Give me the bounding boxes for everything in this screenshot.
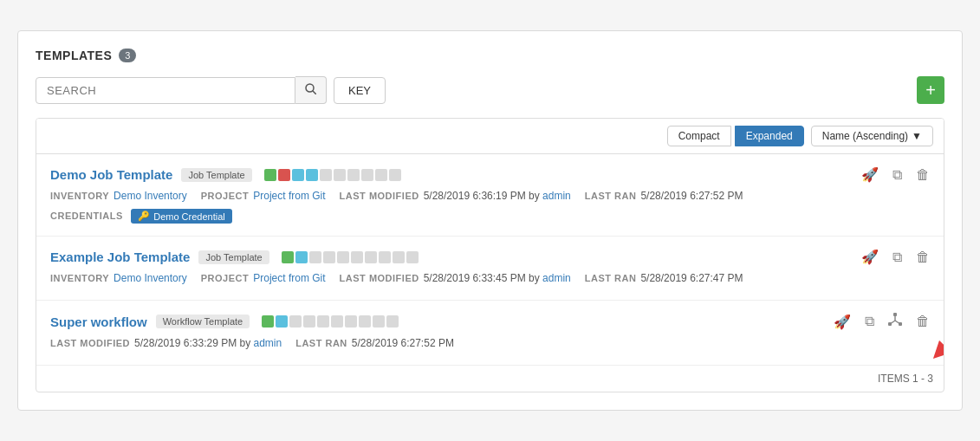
bar3-7 <box>345 315 357 328</box>
search-wrapper <box>36 76 327 104</box>
copy-icon[interactable]: ⧉ <box>892 167 902 183</box>
bar2-8 <box>379 251 391 263</box>
modified-label-1: LAST MODIFIED <box>340 191 419 201</box>
hierarchy-icon[interactable] <box>888 313 902 330</box>
bar-1 <box>264 169 276 181</box>
row-meta-1a: INVENTORY Demo Inventory PROJECT Project… <box>50 190 930 202</box>
row-actions-3: 🚀 ⧉ 🗑 <box>834 313 930 330</box>
svg-line-1 <box>313 91 316 94</box>
bar2-9 <box>393 251 405 263</box>
row-top-1: Demo Job Template Job Template 🚀 ⧉ <box>50 166 930 183</box>
launch-icon-3[interactable]: 🚀 <box>834 314 851 330</box>
row-top-2: Example Job Template Job Template 🚀 <box>50 249 930 265</box>
bar3-5 <box>317 315 329 328</box>
bar2-5 <box>337 251 349 263</box>
bar-7 <box>347 169 360 181</box>
bar-9 <box>375 169 387 181</box>
project-label-1: PROJECT <box>201 191 249 201</box>
template-row-2: Example Job Template Job Template 🚀 <box>36 237 944 301</box>
row-meta-2a: INVENTORY Demo Inventory PROJECT Project… <box>50 272 930 284</box>
bar2-6 <box>351 251 363 263</box>
inventory-label-1: INVENTORY <box>50 191 109 201</box>
delete-icon[interactable]: 🗑 <box>916 167 930 183</box>
bar2-10 <box>406 251 419 263</box>
bar-4 <box>306 169 318 181</box>
status-bars-3 <box>262 315 399 328</box>
template-name-3[interactable]: Super workflow <box>50 315 147 329</box>
ran-value-1: 5/28/2019 6:27:52 PM <box>640 190 743 202</box>
status-bars-2 <box>282 251 419 263</box>
row-top-3: Super workflow Workflow Template 🚀 <box>50 313 930 330</box>
bar3-6 <box>331 315 343 328</box>
ran-label-3: LAST RAN <box>295 338 347 348</box>
add-button[interactable]: + <box>917 76 944 104</box>
header-row: TEMPLATES 3 <box>36 49 944 62</box>
modified-by-2[interactable]: admin <box>542 272 571 284</box>
status-bars-1 <box>264 169 401 181</box>
launch-icon-2[interactable]: 🚀 <box>861 249 879 265</box>
template-row: Demo Job Template Job Template 🚀 ⧉ <box>36 154 944 237</box>
inventory-link-2[interactable]: Demo Inventory <box>114 272 187 284</box>
count-badge: 3 <box>119 49 136 62</box>
bar2-7 <box>365 251 377 263</box>
copy-icon-3[interactable]: ⧉ <box>865 314 874 329</box>
inventory-label-2: INVENTORY <box>50 273 109 283</box>
key-button[interactable]: KEY <box>334 77 386 104</box>
copy-icon-2[interactable]: ⧉ <box>892 250 902 265</box>
project-label-2: PROJECT <box>201 273 249 283</box>
bar3-8 <box>359 315 371 328</box>
chevron-down-icon: ▼ <box>912 130 922 142</box>
sort-button[interactable]: Name (Ascending) ▼ <box>811 126 933 146</box>
bar2-1 <box>282 251 294 263</box>
bar-3 <box>292 169 304 181</box>
list-controls: Compact Expanded Name (Ascending) ▼ <box>36 119 944 154</box>
modified-by-3[interactable]: admin <box>254 337 282 349</box>
row-actions-2: 🚀 ⧉ 🗑 <box>861 249 930 265</box>
modified-label-2: LAST MODIFIED <box>340 273 419 283</box>
ran-label-2: LAST RAN <box>585 273 637 283</box>
delete-icon-3[interactable]: 🗑 <box>916 314 930 329</box>
ran-value-3: 5/28/2019 6:27:52 PM <box>352 337 454 349</box>
bar-8 <box>361 169 373 181</box>
page-title: TEMPLATES <box>36 49 112 62</box>
type-badge-2: Job Template <box>198 250 269 264</box>
ran-value-2: 5/28/2019 6:27:47 PM <box>640 272 743 284</box>
row-actions-1: 🚀 ⧉ 🗑 <box>861 166 930 183</box>
bar3-1 <box>262 315 274 328</box>
search-input[interactable] <box>36 77 295 104</box>
modified-by-1[interactable]: admin <box>542 190 571 202</box>
delete-icon-2[interactable]: 🗑 <box>916 250 930 265</box>
ran-label-1: LAST RAN <box>585 191 637 201</box>
compact-view-button[interactable]: Compact <box>667 126 731 146</box>
main-container: TEMPLATES 3 KEY + Compact Expanded Name … <box>17 30 963 411</box>
modified-value-2: 5/28/2019 6:33:45 PM by admin <box>424 272 571 284</box>
bar-2 <box>278 169 290 181</box>
bar-6 <box>334 169 346 181</box>
items-count: ITEMS 1 - 3 <box>878 373 933 385</box>
bar3-2 <box>276 315 288 328</box>
modified-label-3: LAST MODIFIED <box>50 338 130 348</box>
type-badge-3: Workflow Template <box>156 315 250 328</box>
toolbar: KEY + <box>36 76 944 104</box>
bar3-9 <box>373 315 385 328</box>
template-name-1[interactable]: Demo Job Template <box>50 167 172 182</box>
modified-value-3: 5/28/2019 6:33:29 PM by admin <box>134 337 282 349</box>
list-container: Compact Expanded Name (Ascending) ▼ Demo… <box>36 118 944 392</box>
type-badge-1: Job Template <box>181 168 251 182</box>
bar3-4 <box>303 315 315 328</box>
credential-badge-1: 🔑 Demo Credential <box>131 209 232 224</box>
expanded-view-button[interactable]: Expanded <box>735 126 804 146</box>
credentials-row-1: CREDENTIALS 🔑 Demo Credential <box>50 205 930 224</box>
search-button[interactable] <box>295 76 327 104</box>
cred-label-1: CREDENTIALS <box>50 211 123 221</box>
inventory-link-1[interactable]: Demo Inventory <box>114 190 187 202</box>
project-link-2[interactable]: Project from Git <box>253 272 325 284</box>
project-link-1[interactable]: Project from Git <box>253 190 325 202</box>
launch-icon[interactable]: 🚀 <box>861 166 879 183</box>
bar2-4 <box>323 251 335 263</box>
key-cred-icon: 🔑 <box>138 211 150 222</box>
bar-10 <box>389 169 401 181</box>
template-name-2[interactable]: Example Job Template <box>50 250 190 264</box>
template-row-3: Super workflow Workflow Template 🚀 <box>36 301 944 366</box>
footer-row: ITEMS 1 - 3 <box>36 366 944 392</box>
